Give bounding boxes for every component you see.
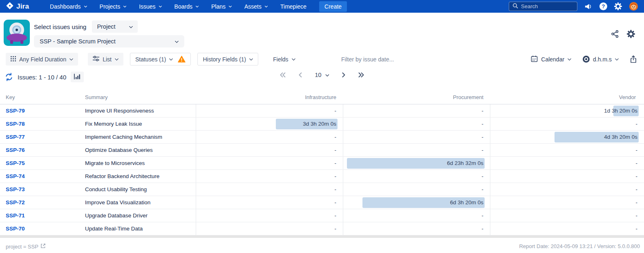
duration-cell-vendor: - [490, 117, 644, 130]
statuses-filter-button[interactable]: Statuses (1) [130, 53, 191, 66]
duration-type-button[interactable]: Any Field Duration [6, 53, 78, 66]
help-icon[interactable]: ? [599, 2, 607, 10]
nav-item-label: Dashboards [50, 3, 81, 10]
chevron-down-icon [265, 5, 268, 8]
previous-page-button[interactable] [298, 72, 302, 78]
duration-cell-infrastructure: - [196, 144, 343, 156]
issues-bar: Issues: 1 - 10 / 40 10 [0, 66, 644, 89]
nav-item-assets[interactable]: Assets [238, 0, 274, 13]
nav-item-plans[interactable]: Plans [205, 0, 238, 13]
jira-logo[interactable]: Jira [6, 2, 29, 11]
nav-item-projects[interactable]: Projects [94, 0, 133, 13]
nav-item-label: Issues [139, 3, 155, 10]
issue-key-link[interactable]: SSP-71 [6, 212, 25, 219]
issue-key-link[interactable]: SSP-79 [6, 108, 25, 114]
issue-key-link[interactable]: SSP-76 [6, 147, 25, 153]
nav-item-dashboards[interactable]: Dashboards [44, 0, 94, 13]
jira-logo-text: Jira [16, 2, 29, 11]
duration-cell-procurement: 6d 3h 20m 0s [343, 196, 490, 209]
chevron-down-icon [129, 25, 133, 29]
issue-key-link[interactable]: SSP-75 [6, 160, 25, 166]
refresh-icon[interactable] [5, 73, 13, 81]
issue-summary: Refactor Backend Architecture [82, 170, 196, 183]
nav-item-boards[interactable]: Boards [168, 0, 205, 13]
issue-source-value: Project [97, 23, 115, 30]
duration-cell-vendor: 4d 3h 20m 0s [490, 131, 644, 143]
pagination: 10 [280, 72, 364, 78]
duration-cell-vendor: - [490, 144, 644, 156]
chevron-down-icon [229, 5, 232, 8]
chart-view-button[interactable] [71, 72, 84, 82]
calendar-select[interactable]: Calendar [531, 55, 571, 63]
duration-cell-vendor: - [490, 157, 644, 169]
share-icon[interactable] [611, 30, 619, 38]
issue-row: SSP-78 Fix Memory Leak Issue 3d 3h 20m 0… [0, 117, 644, 131]
create-button[interactable]: Create [319, 1, 347, 12]
jql-link[interactable]: project = SSP [6, 243, 46, 250]
issue-row: SSP-77 Implement Caching Mechanism - - 4… [0, 131, 644, 144]
report-toolbar: Any Field Duration List Statuses (1) His… [0, 52, 644, 66]
duration-cell-procurement: - [343, 170, 490, 183]
nav-item-label: Projects [100, 3, 121, 10]
report-date-version: Report Date: 2024-05-09 13:21 / Version:… [519, 243, 640, 250]
last-page-button[interactable] [358, 72, 364, 78]
project-select[interactable]: SSP - Sample Scrum Project [34, 35, 184, 47]
duration-cell-procurement: - [343, 131, 490, 143]
issue-key-link[interactable]: SSP-72 [6, 199, 25, 206]
time-format-select[interactable]: d.h.m.s [583, 56, 619, 63]
calendar-icon [531, 55, 538, 63]
first-page-button[interactable] [280, 72, 286, 78]
issue-summary: Optimize Database Queries [82, 144, 196, 156]
warning-icon [178, 56, 186, 63]
issue-key-link[interactable]: SSP-73 [6, 186, 25, 192]
view-type-button[interactable]: List [88, 53, 123, 66]
issue-key-link[interactable]: SSP-74 [6, 173, 25, 179]
announcement-icon[interactable] [584, 3, 593, 10]
nav-item-label: Timepiece [280, 3, 306, 10]
chevron-down-icon [615, 57, 619, 61]
duration-cell-procurement: 6d 23h 32m 0s [343, 157, 490, 169]
duration-cell-procurement: - [343, 144, 490, 156]
report-settings-gear-icon[interactable] [627, 30, 635, 38]
nav-item-label: Plans [211, 3, 226, 10]
duration-cell-vendor: - [490, 196, 644, 209]
grid-icon [11, 56, 16, 63]
column-header-procurement: Procurement [343, 94, 490, 100]
duration-cell-vendor: - [490, 222, 644, 235]
duration-cell-infrastructure: - [196, 157, 343, 169]
issue-date-filter-input[interactable] [341, 54, 431, 65]
issue-key-link[interactable]: SSP-78 [6, 121, 25, 127]
export-icon[interactable] [630, 55, 637, 63]
issue-key-link[interactable]: SSP-70 [6, 226, 25, 232]
issue-summary: Improve Data Visualization [82, 196, 196, 209]
fields-button[interactable]: Fields [268, 53, 300, 66]
duration-cell-procurement: - [343, 117, 490, 130]
issues-table-body: SSP-79 Improve UI Responsiveness - - 1d … [0, 104, 644, 235]
issue-row: SSP-76 Optimize Database Queries - - - [0, 144, 644, 157]
page-size-select[interactable]: 10 [315, 72, 329, 78]
issue-summary: Implement Caching Mechanism [82, 131, 196, 143]
history-fields-button[interactable]: History Fields (1) [197, 53, 258, 66]
nav-right-cluster: ? [509, 2, 638, 11]
duration-cell-vendor: 1d 3h 20m 0s [490, 104, 644, 117]
issues-count-label: Issues: 1 - 10 / 40 [18, 74, 66, 81]
nav-item-issues[interactable]: Issues [133, 0, 168, 13]
table-header-row: Key Summary Infrastructure Procurement V… [0, 89, 644, 104]
duration-cell-infrastructure: - [196, 222, 343, 235]
report-footer: project = SSP Report Date: 2024-05-09 13… [0, 243, 644, 250]
settings-gear-icon[interactable] [614, 2, 622, 10]
chevron-down-icon [326, 73, 329, 77]
nav-item-timepiece[interactable]: Timepiece [274, 0, 313, 13]
user-avatar[interactable] [629, 2, 638, 11]
search-input[interactable] [521, 3, 574, 9]
duration-cell-procurement: - [343, 104, 490, 117]
issue-key-link[interactable]: SSP-77 [6, 134, 25, 140]
global-search[interactable] [509, 2, 577, 11]
chevron-down-icon [69, 57, 73, 61]
next-page-button[interactable] [342, 72, 346, 78]
issue-source-select[interactable]: Project [92, 20, 138, 33]
chevron-down-icon [123, 5, 126, 8]
timepiece-app-icon [4, 20, 30, 46]
issue-summary: Fix Memory Leak Issue [82, 117, 196, 130]
horizontal-scrollbar[interactable] [0, 235, 644, 238]
